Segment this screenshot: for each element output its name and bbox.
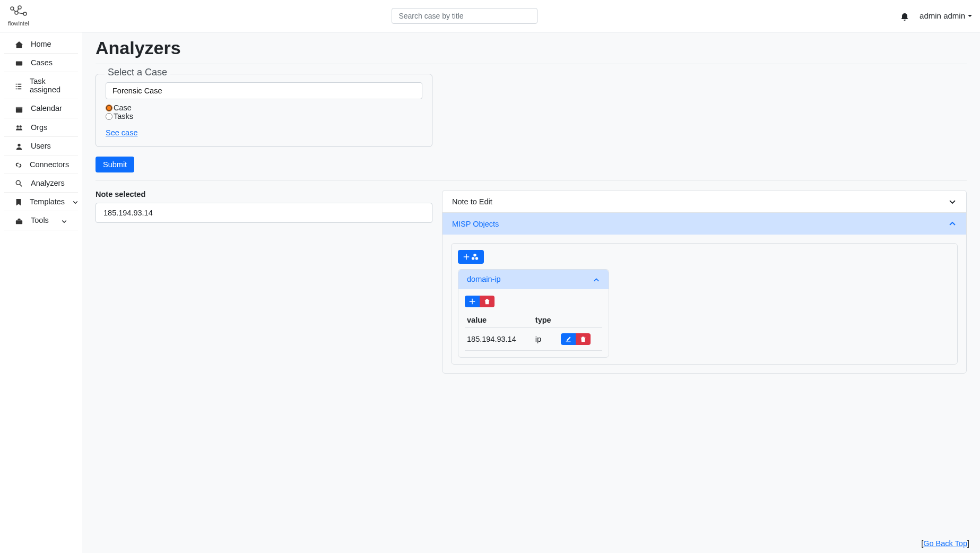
select-case-fieldset: Select a Case Case Tasks See case xyxy=(96,74,432,147)
user-name: admin admin xyxy=(920,11,965,20)
sidebar: Home Cases Task assigned Calendar Orgs U… xyxy=(0,32,82,553)
bookmark-icon xyxy=(15,197,22,206)
logo-text: flowintel xyxy=(8,20,29,27)
svg-rect-15 xyxy=(16,220,22,224)
note-selected-label: Note selected xyxy=(96,190,432,198)
sidebar-item-task-assigned[interactable]: Task assigned xyxy=(4,72,78,99)
svg-rect-9 xyxy=(16,107,22,108)
svg-point-3 xyxy=(23,12,27,15)
caret-down-icon xyxy=(968,15,972,17)
users-icon xyxy=(15,123,23,132)
sidebar-item-label: Cases xyxy=(31,58,53,67)
search-icon xyxy=(15,179,23,187)
svg-point-10 xyxy=(16,125,19,127)
sidebar-item-users[interactable]: Users xyxy=(4,137,78,155)
svg-line-6 xyxy=(18,13,23,14)
fieldset-legend: Select a Case xyxy=(105,67,170,78)
domain-ip-accordion: domain-ip xyxy=(458,269,609,357)
attributes-table: value type 185.194.93.14 xyxy=(465,313,602,351)
right-accordion: Note to Edit MISP Objects xyxy=(442,190,967,374)
sidebar-item-label: Home xyxy=(31,40,51,48)
home-icon xyxy=(15,40,23,48)
sidebar-item-label: Tools xyxy=(31,216,49,224)
plus-icon xyxy=(469,298,475,305)
sidebar-item-label: Analyzers xyxy=(31,179,65,187)
misp-objects-label: MISP Objects xyxy=(452,220,499,228)
sidebar-item-orgs[interactable]: Orgs xyxy=(4,118,78,137)
svg-rect-7 xyxy=(16,62,22,66)
case-select-input[interactable] xyxy=(106,82,422,99)
svg-line-4 xyxy=(13,10,15,12)
edit-attribute-button[interactable] xyxy=(561,333,576,345)
chevron-up-icon xyxy=(593,275,600,283)
misp-inner-card: domain-ip xyxy=(451,243,958,364)
col-type-header: type xyxy=(533,313,559,328)
user-icon xyxy=(15,142,23,150)
radio-case[interactable] xyxy=(106,105,112,111)
svg-point-12 xyxy=(18,144,20,146)
submit-button[interactable]: Submit xyxy=(96,157,134,172)
go-back-top-wrap: [Go Back Top] xyxy=(921,539,969,548)
flowintel-logo-icon xyxy=(9,5,28,19)
calendar-icon xyxy=(15,104,23,113)
sidebar-item-home[interactable]: Home xyxy=(4,35,78,54)
sidebar-item-analyzers[interactable]: Analyzers xyxy=(4,174,78,193)
go-back-top-link[interactable]: Go Back Top xyxy=(923,539,967,548)
row-type: ip xyxy=(533,327,559,350)
misp-objects-header[interactable]: MISP Objects xyxy=(443,213,966,235)
add-object-button[interactable] xyxy=(458,250,484,264)
note-to-edit-label: Note to Edit xyxy=(452,197,492,206)
plus-icon xyxy=(463,254,470,260)
note-to-edit-header[interactable]: Note to Edit xyxy=(443,191,966,213)
cubes-icon xyxy=(471,253,479,261)
see-case-link[interactable]: See case xyxy=(106,128,137,137)
sidebar-item-tools[interactable]: Tools xyxy=(4,211,78,230)
sidebar-item-label: Templates xyxy=(30,197,65,206)
chevron-down-icon xyxy=(61,216,67,224)
sidebar-item-label: Calendar xyxy=(31,104,62,113)
svg-point-13 xyxy=(16,181,20,185)
toolbox-icon xyxy=(15,216,23,224)
link-icon xyxy=(15,160,22,169)
sidebar-item-connectors[interactable]: Connectors xyxy=(4,155,78,174)
sidebar-item-label: Users xyxy=(31,142,51,150)
add-attribute-button[interactable] xyxy=(465,296,480,307)
note-selected-value: 185.194.93.14 xyxy=(96,203,432,223)
edit-icon xyxy=(565,336,571,342)
col-value-header: value xyxy=(465,313,533,328)
radio-tasks-label: Tasks xyxy=(114,112,133,120)
sidebar-item-cases[interactable]: Cases xyxy=(4,54,78,72)
svg-line-14 xyxy=(20,185,22,187)
delete-attribute-button[interactable] xyxy=(576,333,591,345)
sidebar-item-calendar[interactable]: Calendar xyxy=(4,99,78,118)
user-menu[interactable]: admin admin xyxy=(920,11,972,20)
delete-object-button[interactable] xyxy=(480,296,495,307)
trash-icon xyxy=(580,336,586,342)
chevron-down-icon xyxy=(72,197,79,206)
page-title: Analyzers xyxy=(96,38,967,58)
domain-ip-header[interactable]: domain-ip xyxy=(458,270,609,289)
logo[interactable]: flowintel xyxy=(8,5,29,27)
table-row: 185.194.93.14 ip xyxy=(465,327,602,350)
sidebar-item-templates[interactable]: Templates xyxy=(4,193,78,211)
chevron-down-icon xyxy=(948,197,957,206)
bell-icon[interactable] xyxy=(900,11,909,20)
sidebar-item-label: Connectors xyxy=(30,160,69,169)
list-check-icon xyxy=(15,81,22,90)
object-name-label: domain-ip xyxy=(467,275,501,283)
sidebar-item-label: Task assigned xyxy=(30,77,67,94)
domain-ip-body: value type 185.194.93.14 xyxy=(458,289,609,357)
chevron-up-icon xyxy=(948,219,957,228)
svg-point-11 xyxy=(19,125,21,127)
search-input[interactable] xyxy=(392,8,537,24)
radio-tasks[interactable] xyxy=(106,113,112,120)
row-value: 185.194.93.14 xyxy=(465,327,533,350)
radio-case-label: Case xyxy=(114,103,132,112)
sidebar-item-label: Orgs xyxy=(31,123,47,132)
folder-icon xyxy=(15,58,23,67)
svg-line-5 xyxy=(18,8,19,11)
main-content: Analyzers Select a Case Case Tasks See c… xyxy=(82,32,980,553)
misp-objects-body: domain-ip xyxy=(443,235,966,373)
trash-icon xyxy=(484,298,490,305)
